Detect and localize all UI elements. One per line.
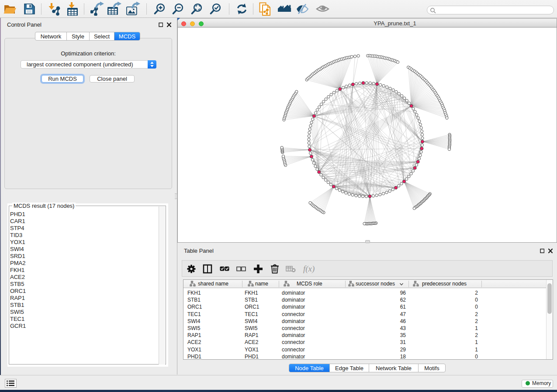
- svg-text:f(x): f(x): [303, 264, 315, 274]
